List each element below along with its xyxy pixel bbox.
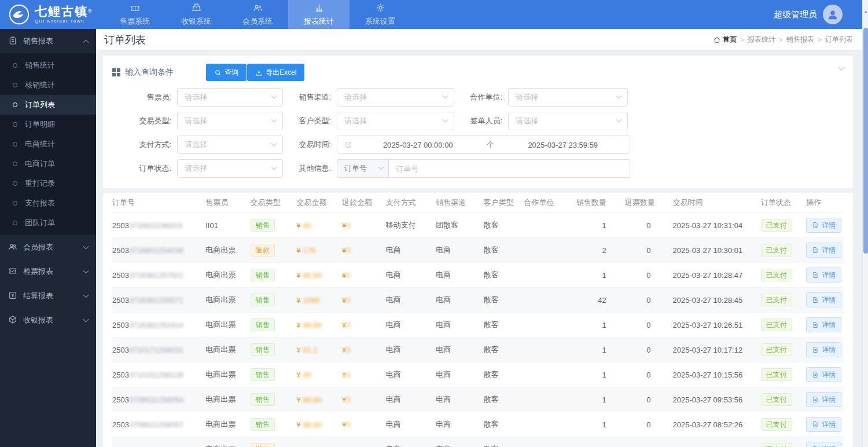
sidebar-section-ticket-check-reports[interactable]: 检票报表: [0, 259, 96, 284]
nav-item-reports[interactable]: 报表统计: [288, 0, 350, 29]
seller-cell: 电商出票: [205, 345, 251, 355]
customer-type-cell: 散客: [484, 245, 524, 255]
query-panel-title: 输入查询条件: [125, 67, 174, 78]
order-number: 2503: [112, 395, 129, 404]
refund-value: 0: [346, 420, 350, 429]
channel-select[interactable]: 请选择: [337, 88, 454, 107]
settle-icon: [8, 291, 17, 302]
signer-select[interactable]: 请选择: [508, 112, 628, 130]
detail-button[interactable]: 详情: [806, 417, 841, 432]
table-row: 25033716381255571 电商出票 销售 ¥ 1088 ¥0 电商 电…: [112, 288, 844, 313]
detail-button[interactable]: 详情: [806, 392, 841, 407]
trade-type-badge: 销售: [251, 418, 275, 431]
scrollbar-thumb[interactable]: [863, 28, 868, 254]
customer-type-cell: 散客: [484, 345, 524, 355]
trade-time-cell: 2025-03-27 10:15:56: [672, 371, 760, 379]
nav-item-ticketing[interactable]: 售票系统: [104, 0, 165, 29]
detail-button[interactable]: 详情: [806, 342, 841, 357]
customer-type-cell: 散客: [484, 270, 524, 280]
partner-select[interactable]: 请选择: [508, 88, 628, 107]
status-badge: 已支付: [761, 244, 792, 257]
detail-button-label: 详情: [822, 246, 836, 255]
customer-type-label: 客户类型:: [283, 116, 337, 126]
export-excel-button[interactable]: 导出Excel: [247, 64, 304, 81]
sidebar-item-order-list[interactable]: 订单列表: [0, 95, 96, 115]
sidebar-item-reprint-records[interactable]: 重打记录: [0, 174, 96, 193]
end-time-value[interactable]: 2025-03-27 23:59:59: [502, 141, 624, 149]
amount-value: 40: [303, 221, 311, 230]
order-number-masked: 3716381255571: [129, 296, 183, 305]
bullet-ring-icon: [13, 122, 17, 127]
start-time-value[interactable]: 2025-03-27 00:00:00: [357, 141, 479, 149]
detail-button-label: 详情: [822, 370, 836, 380]
order-number: 2503: [112, 346, 129, 354]
sidebar-section-member-reports[interactable]: 会员报表: [0, 235, 96, 259]
refund-qty-cell: 0: [625, 221, 673, 230]
detail-button[interactable]: 详情: [806, 218, 841, 233]
bullet-ring-icon: [13, 181, 17, 186]
seller-cell: 电商出票: [205, 419, 251, 430]
user-menu[interactable]: 超级管理员: [774, 0, 868, 29]
seller-cell: II01: [205, 221, 251, 230]
trade-type-badge: 退款: [251, 244, 275, 257]
refund-qty-cell: 0: [625, 271, 673, 280]
sidebar-section-settlement-reports[interactable]: 结算报表: [0, 284, 96, 308]
status-badge: 已支付: [761, 343, 792, 356]
chevron-down-icon: [271, 93, 277, 99]
trade-type-select[interactable]: 请选择: [177, 112, 283, 130]
scroll-up-icon[interactable]: ▲: [863, 9, 868, 13]
other-info-select[interactable]: 订单号: [337, 159, 389, 178]
sidebar-item-payment-reports[interactable]: 支付报表: [0, 193, 96, 213]
seller-select[interactable]: 请选择: [177, 88, 283, 107]
bullet-ring-icon: [13, 83, 17, 87]
detail-button-label: 详情: [822, 345, 836, 355]
download-icon: [255, 69, 263, 76]
avatar[interactable]: [823, 5, 843, 24]
channel-cell: 电商: [436, 345, 484, 355]
sidebar-item-team-orders[interactable]: 团队订单: [0, 213, 96, 233]
time-range-picker[interactable]: 2025-03-27 00:00:00 个 2025-03-27 23:59:5…: [337, 135, 630, 154]
detail-button[interactable]: 详情: [806, 292, 841, 307]
seller-cell: 电商出票: [205, 320, 251, 330]
sidebar-item-sales-stats[interactable]: 销售统计: [0, 56, 96, 75]
seller-cell: 电商出票: [205, 444, 251, 447]
nav-item-settings[interactable]: 系统设置: [350, 0, 411, 29]
sidebar-item-ecommerce-orders[interactable]: 电商订单: [0, 154, 96, 174]
order-number-input[interactable]: [389, 159, 630, 178]
order-number-masked: 3709531258054: [129, 395, 183, 404]
breadcrumb-item-sales-reports[interactable]: 销售报表: [786, 35, 814, 45]
detail-button[interactable]: 详情: [806, 367, 841, 382]
document-icon: [812, 371, 819, 378]
search-button[interactable]: 查询: [206, 64, 247, 81]
trade-type-badge: 销售: [251, 219, 275, 232]
pay-method-cell: 电商: [386, 270, 436, 280]
detail-button-label: 详情: [822, 295, 836, 305]
channel-cell: 电商: [436, 444, 484, 447]
seller-label: 售票员:: [112, 92, 177, 102]
sidebar-item-order-details[interactable]: 订单明细: [0, 115, 96, 134]
detail-button[interactable]: 详情: [806, 243, 841, 258]
breadcrumb-home[interactable]: 首页: [713, 35, 737, 45]
customer-type-cell: 散客: [484, 394, 524, 405]
order-status-label: 订单状态:: [112, 163, 177, 174]
sidebar-section-cashier-reports[interactable]: 收银报表: [0, 308, 96, 332]
breadcrumb-item-reports[interactable]: 报表统计: [748, 35, 775, 45]
customer-type-select[interactable]: 请选择: [337, 112, 454, 130]
detail-button[interactable]: 详情: [806, 442, 841, 447]
detail-button[interactable]: 详情: [806, 317, 841, 332]
order-status-select[interactable]: 请选择: [177, 159, 283, 178]
sidebar-section-sales-reports[interactable]: 销售报表: [0, 29, 96, 53]
detail-button-label: 详情: [822, 320, 836, 330]
sidebar-item-ecommerce-stats[interactable]: 电商统计: [0, 134, 96, 154]
sidebar-item-verification-stats[interactable]: 核销统计: [0, 75, 96, 95]
table-header: 订单号 售票员 交易类型 交易金额 退款金额 支付方式 销售渠道 客户类型 合作…: [112, 193, 844, 213]
pay-method-select[interactable]: 请选择: [177, 135, 283, 154]
nav-item-member[interactable]: 会员系统: [227, 0, 288, 29]
detail-button[interactable]: 详情: [806, 268, 841, 283]
nav-item-cashier[interactable]: 收银系统: [165, 0, 227, 29]
sales-qty-cell: 1: [575, 271, 625, 280]
member-icon: [253, 3, 263, 14]
table-body: 25033716811198203 II01 销售 ¥ 40 ¥0 移动支付 团…: [112, 213, 844, 447]
trade-time-cell: 2025-03-27 10:26:51: [672, 321, 760, 329]
table-row: 25033710151256128 电商出票 销售 ¥ 45 ¥0 电商 电商 …: [112, 362, 844, 387]
